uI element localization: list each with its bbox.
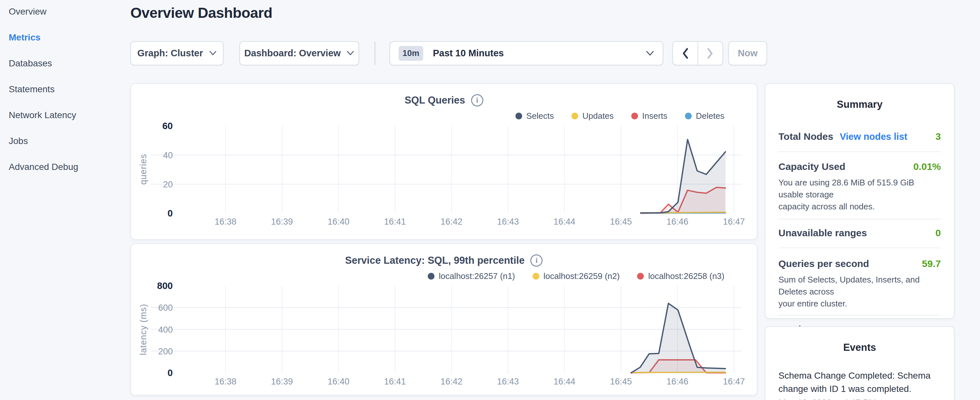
db-console-page: Overview Metrics Databases Statements Ne… <box>0 0 980 400</box>
summary-label: Queries per second <box>778 258 869 269</box>
summary-label: Unavailable ranges <box>778 228 867 239</box>
summary-title: Summary <box>778 84 941 110</box>
x-tick-label: 16:43 <box>497 377 519 386</box>
x-tick-label: 16:46 <box>667 217 689 226</box>
x-tick-label: 16:39 <box>271 377 293 386</box>
x-tick-label: 16:45 <box>610 377 632 386</box>
sidebar-item-overview[interactable]: Overview <box>9 7 116 16</box>
now-button[interactable]: Now <box>728 41 767 65</box>
x-tick-label: 16:47 <box>723 217 745 226</box>
time-range-label: Past 10 Minutes <box>433 48 646 59</box>
time-step-buttons <box>672 41 723 65</box>
view-nodes-list-link[interactable]: View nodes list <box>840 131 907 142</box>
x-tick-label: 16:42 <box>441 217 463 226</box>
info-icon[interactable]: i <box>471 94 484 107</box>
summary-description: Sum of Selects, Updates, Inserts, and De… <box>778 274 941 310</box>
summary-value: 59.7 <box>922 258 941 269</box>
x-tick-label: 16:39 <box>271 217 293 226</box>
x-tick-label: 16:47 <box>723 377 745 386</box>
y-tick-label: 0 <box>168 368 173 378</box>
time-step-forward-button[interactable] <box>698 42 723 65</box>
x-tick-label: 16:43 <box>497 217 519 226</box>
chevron-down-icon <box>646 51 654 56</box>
chart-title: SQL Queries <box>404 94 465 106</box>
y-axis-title: queries <box>138 154 148 185</box>
divider <box>778 247 941 248</box>
x-tick-label: 16:44 <box>554 217 576 226</box>
sidebar-item-metrics[interactable]: Metrics <box>9 33 116 42</box>
time-step-back-button[interactable] <box>673 42 698 65</box>
y-tick-label: 200 <box>158 347 173 356</box>
divider <box>778 151 941 152</box>
summary-row-queries-per-second: Queries per second 59.7 <box>778 258 941 269</box>
toolbar-divider <box>375 42 375 65</box>
y-tick-label: 400 <box>158 325 173 335</box>
events-panel: Events Schema Change Completed: Schema c… <box>765 326 955 400</box>
dashboard-dropdown-label: Dashboard: Overview <box>244 48 341 59</box>
x-tick-label: 16:44 <box>554 377 576 386</box>
sidebar: Overview Metrics Databases Statements Ne… <box>9 7 116 188</box>
sql-queries-chart[interactable]: 16:3816:3916:4016:4116:4216:4316:4416:45… <box>136 118 752 230</box>
x-tick-label: 16:41 <box>384 217 406 226</box>
summary-value: 0 <box>935 228 941 239</box>
events-title: Events <box>778 327 941 354</box>
time-range-dropdown[interactable]: 10m Past 10 Minutes <box>390 41 663 65</box>
y-tick-label: 40 <box>163 150 173 160</box>
divider <box>778 315 941 316</box>
summary-description: You are using 28.6 MiB of 515.9 GiB usab… <box>778 177 941 213</box>
chart-title: Service Latency: SQL, 99th percentile <box>345 255 525 266</box>
latency-chart[interactable]: 16:3816:3916:4016:4116:4216:4316:4416:45… <box>136 278 752 391</box>
sidebar-item-network-latency[interactable]: Network Latency <box>9 111 116 120</box>
chevron-down-icon <box>209 51 217 56</box>
summary-label: Total Nodes <box>778 131 833 142</box>
sidebar-item-advanced-debug[interactable]: Advanced Debug <box>9 163 116 172</box>
x-tick-label: 16:40 <box>328 217 349 226</box>
graph-dropdown[interactable]: Graph: Cluster <box>130 41 224 65</box>
summary-value: 3 <box>935 131 941 142</box>
chevron-down-icon <box>347 51 354 56</box>
event-timestamp: May 13, 2020 at 4:45 PM <box>778 398 941 400</box>
y-tick-label: 60 <box>162 121 173 131</box>
sidebar-item-databases[interactable]: Databases <box>9 59 116 68</box>
summary-value: 0.01% <box>913 161 941 172</box>
summary-row-unavailable-ranges: Unavailable ranges 0 <box>778 228 941 239</box>
page-title: Overview Dashboard <box>130 5 272 21</box>
x-tick-label: 16:42 <box>441 377 463 386</box>
x-tick-label: 16:46 <box>667 377 689 386</box>
graph-dropdown-label: Graph: Cluster <box>137 48 203 59</box>
dashboard-dropdown[interactable]: Dashboard: Overview <box>239 41 359 65</box>
y-axis-title: latency (ms) <box>138 304 148 355</box>
info-icon[interactable]: i <box>530 254 542 267</box>
y-tick-label: 800 <box>157 280 173 291</box>
x-tick-label: 16:40 <box>328 377 349 386</box>
event-message: Schema Change Completed: Schema change w… <box>778 369 941 395</box>
divider <box>778 219 941 220</box>
y-tick-label: 20 <box>163 180 173 189</box>
summary-label: Capacity Used <box>778 161 845 172</box>
x-tick-label: 16:45 <box>610 217 632 226</box>
x-tick-label: 16:38 <box>215 377 237 386</box>
chevron-right-icon <box>706 48 714 59</box>
sidebar-item-jobs[interactable]: Jobs <box>9 137 116 146</box>
x-tick-label: 16:41 <box>384 377 406 386</box>
y-tick-label: 600 <box>158 303 173 312</box>
time-range-badge: 10m <box>399 46 423 61</box>
summary-row-capacity-used: Capacity Used 0.01% <box>778 161 941 172</box>
chevron-left-icon <box>682 48 689 59</box>
sidebar-item-statements[interactable]: Statements <box>9 85 116 94</box>
x-tick-label: 16:38 <box>215 217 237 226</box>
y-tick-label: 0 <box>168 208 173 218</box>
summary-row-total-nodes: Total Nodes View nodes list 3 <box>778 131 941 142</box>
summary-panel: Summary Total Nodes View nodes list 3 Ca… <box>765 83 955 319</box>
